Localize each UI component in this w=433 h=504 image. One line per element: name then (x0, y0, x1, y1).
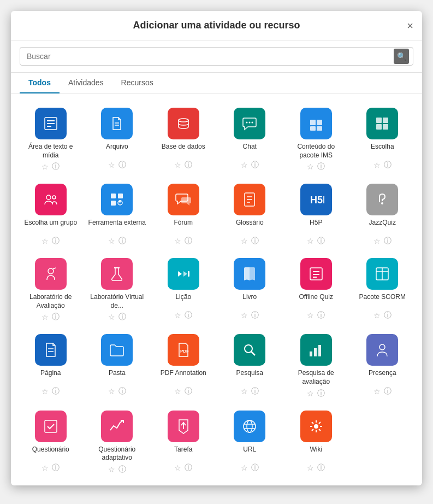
grid-item-pacote-scorm[interactable]: Pacote SCORM ☆ ⓘ (352, 253, 414, 324)
star-icon-glossario[interactable]: ☆ (241, 237, 248, 245)
star-icon-jazzquiz[interactable]: ☆ (373, 237, 381, 245)
svg-rect-21 (118, 194, 123, 198)
star-icon-ferramenta-externa[interactable]: ☆ (108, 237, 115, 245)
grid-item-escolha-grupo[interactable]: Escolha um grupo ☆ ⓘ (20, 178, 82, 248)
star-icon-chat[interactable]: ☆ (241, 161, 248, 169)
star-icon-escolha[interactable]: ☆ (373, 161, 381, 169)
info-icon-glossario[interactable]: ⓘ (251, 236, 259, 246)
info-icon-questionario-adaptativo[interactable]: ⓘ (118, 465, 126, 474)
info-icon-h5p[interactable]: ⓘ (317, 236, 325, 246)
info-icon-tarefa[interactable]: ⓘ (185, 463, 192, 473)
tab-todos[interactable]: Todos (20, 73, 60, 93)
grid-item-url[interactable]: URL ☆ ⓘ (219, 405, 281, 477)
star-icon-conteudo[interactable]: ☆ (307, 162, 314, 171)
star-icon-pacote-scorm[interactable]: ☆ (373, 311, 381, 320)
info-icon-base-dados[interactable]: ⓘ (185, 160, 192, 170)
star-icon-offline-quiz[interactable]: ☆ (307, 311, 314, 320)
info-icon-pasta[interactable]: ⓘ (118, 386, 126, 396)
grid-item-area-texto[interactable]: Área de texto e mídia ☆ ⓘ (20, 102, 82, 174)
star-icon-tarefa[interactable]: ☆ (174, 464, 181, 472)
grid-item-pesquisa[interactable]: Pesquisa ☆ ⓘ (219, 329, 281, 400)
grid-item-lab-virtual[interactable]: Laboratório Virtual de... ☆ ⓘ (86, 253, 149, 324)
star-icon-lab-avaliacao[interactable]: ☆ (41, 313, 49, 321)
modal-title: Adicionar uma atividade ou recurso (133, 20, 300, 31)
grid-item-escolha[interactable]: Escolha ☆ ⓘ (352, 102, 414, 174)
grid-item-wiki[interactable]: Wiki ☆ ⓘ (285, 405, 347, 477)
grid-item-lab-avaliacao[interactable]: Laboratório de Avaliação ☆ ⓘ (20, 253, 82, 324)
grid-item-tarefa[interactable]: Tarefa ☆ ⓘ (152, 405, 215, 477)
star-icon-questionario-adaptativo[interactable]: ☆ (108, 465, 115, 474)
grid-item-conteudo[interactable]: Conteúdo do pacote IMS ☆ ⓘ (285, 102, 347, 174)
grid-item-glossario[interactable]: Glossário ☆ ⓘ (219, 178, 281, 248)
grid-item-livro[interactable]: Livro ☆ ⓘ (219, 253, 281, 324)
info-icon-escolha-grupo[interactable]: ⓘ (52, 236, 60, 246)
star-icon-pesquisa[interactable]: ☆ (241, 387, 248, 396)
star-icon-presenca[interactable]: ☆ (373, 387, 381, 396)
star-icon-pasta[interactable]: ☆ (108, 387, 115, 396)
info-icon-chat[interactable]: ⓘ (251, 160, 259, 170)
info-icon-area-texto[interactable]: ⓘ (52, 162, 60, 172)
grid-item-pasta[interactable]: Pasta ☆ ⓘ (86, 329, 149, 400)
grid-item-h5p[interactable]: H5P H5P ☆ ⓘ (285, 178, 347, 248)
star-icon-escolha-grupo[interactable]: ☆ (41, 237, 49, 245)
info-icon-livro[interactable]: ⓘ (251, 310, 259, 320)
search-input[interactable] (20, 47, 413, 66)
info-icon-lab-avaliacao[interactable]: ⓘ (52, 312, 60, 322)
star-icon-base-dados[interactable]: ☆ (174, 161, 181, 169)
item-actions-questionario: ☆ ⓘ (41, 463, 60, 473)
tab-recursos[interactable]: Recursos (112, 73, 162, 93)
info-icon-pesquisa[interactable]: ⓘ (251, 386, 259, 396)
info-icon-pesquisa-avaliacao[interactable]: ⓘ (317, 389, 325, 398)
star-icon-forum[interactable]: ☆ (174, 237, 181, 245)
grid-item-pdf-annotation[interactable]: PDF PDF Annotation ☆ ⓘ (152, 329, 215, 400)
grid-item-pesquisa-avaliacao[interactable]: Pesquisa de avaliação ☆ ⓘ (285, 329, 347, 400)
star-icon-pesquisa-avaliacao[interactable]: ☆ (307, 389, 314, 398)
info-icon-escolha[interactable]: ⓘ (384, 160, 392, 170)
grid-item-forum[interactable]: Fórum ☆ ⓘ (152, 178, 215, 248)
star-icon-lab-virtual[interactable]: ☆ (108, 313, 115, 321)
item-actions-pasta: ☆ ⓘ (108, 386, 126, 396)
star-icon-pdf-annotation[interactable]: ☆ (174, 387, 181, 396)
star-icon-questionario[interactable]: ☆ (41, 464, 49, 472)
grid-item-licao[interactable]: Lição ☆ ⓘ (152, 253, 215, 324)
info-icon-questionario[interactable]: ⓘ (52, 463, 60, 473)
svg-line-45 (251, 351, 255, 355)
tab-atividades[interactable]: Atividades (60, 73, 112, 93)
grid-item-base-dados[interactable]: Base de dados ☆ ⓘ (152, 102, 215, 174)
info-icon-wiki[interactable]: ⓘ (317, 463, 325, 473)
star-icon-licao[interactable]: ☆ (174, 311, 181, 320)
info-icon-lab-virtual[interactable]: ⓘ (118, 312, 126, 322)
info-icon-pdf-annotation[interactable]: ⓘ (185, 386, 192, 396)
star-icon-livro[interactable]: ☆ (241, 311, 248, 320)
info-icon-presenca[interactable]: ⓘ (384, 386, 392, 396)
star-icon-pagina[interactable]: ☆ (41, 387, 49, 396)
info-icon-pacote-scorm[interactable]: ⓘ (384, 310, 392, 320)
info-icon-licao[interactable]: ⓘ (185, 310, 192, 320)
info-icon-url[interactable]: ⓘ (251, 463, 259, 473)
star-icon-wiki[interactable]: ☆ (307, 464, 314, 472)
grid-item-questionario[interactable]: Questionário ☆ ⓘ (20, 405, 82, 477)
grid-item-presenca[interactable]: Presença ☆ ⓘ (352, 329, 414, 400)
grid-item-chat[interactable]: Chat ☆ ⓘ (219, 102, 281, 174)
grid-item-offline-quiz[interactable]: Offline Quiz ☆ ⓘ (285, 253, 347, 324)
info-icon-ferramenta-externa[interactable]: ⓘ (118, 236, 126, 246)
search-icon[interactable]: 🔍 (394, 49, 409, 64)
item-icon-forum (168, 184, 199, 215)
info-icon-offline-quiz[interactable]: ⓘ (317, 310, 325, 320)
info-icon-jazzquiz[interactable]: ⓘ (384, 236, 392, 246)
star-icon-area-texto[interactable]: ☆ (41, 162, 49, 171)
info-icon-pagina[interactable]: ⓘ (52, 386, 60, 396)
svg-line-63 (319, 422, 321, 424)
grid-item-jazzquiz[interactable]: JazzQuiz ☆ ⓘ (352, 178, 414, 248)
close-button[interactable]: × (407, 20, 413, 31)
grid-item-pagina[interactable]: Página ☆ ⓘ (20, 329, 82, 400)
star-icon-h5p[interactable]: ☆ (307, 237, 314, 245)
info-icon-conteudo[interactable]: ⓘ (317, 162, 325, 172)
info-icon-arquivo[interactable]: ⓘ (118, 160, 126, 170)
grid-item-arquivo[interactable]: Arquivo ☆ ⓘ (86, 102, 149, 174)
star-icon-arquivo[interactable]: ☆ (108, 161, 115, 169)
info-icon-forum[interactable]: ⓘ (185, 236, 192, 246)
grid-item-ferramenta-externa[interactable]: Ferramenta externa ☆ ⓘ (86, 178, 149, 248)
grid-item-questionario-adaptativo[interactable]: Questionário adaptativo ☆ ⓘ (86, 405, 149, 477)
star-icon-url[interactable]: ☆ (241, 464, 248, 472)
